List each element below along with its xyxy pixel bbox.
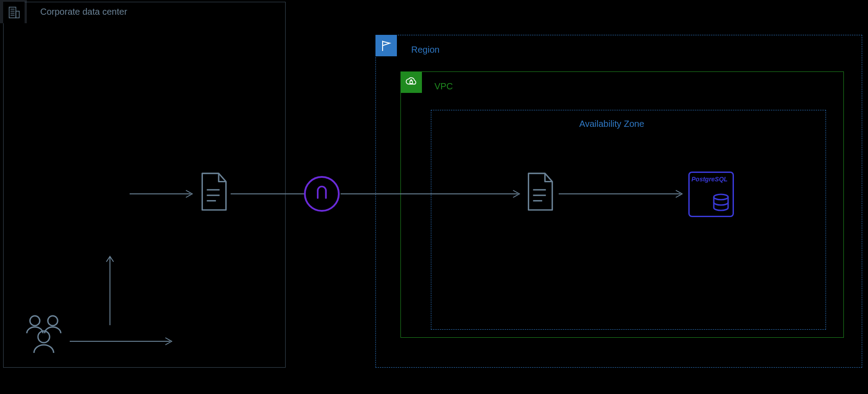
svg-rect-1 — [16, 11, 20, 18]
corporate-data-center-label: Corporate data center — [40, 7, 127, 17]
document-icon — [199, 172, 229, 212]
svg-rect-8 — [410, 81, 413, 84]
arrow-icon — [341, 189, 522, 200]
building-icon — [3, 2, 25, 23]
vpc-label: VPC — [434, 81, 453, 92]
arrow-icon — [130, 189, 195, 200]
svg-rect-0 — [9, 7, 16, 18]
availability-zone-label: Availability Zone — [579, 119, 644, 129]
region-flag-icon — [375, 35, 397, 56]
svg-point-10 — [48, 316, 58, 326]
svg-point-18 — [714, 194, 728, 200]
arrow-icon — [559, 189, 685, 200]
arrow-icon — [70, 337, 174, 348]
postgresql-label: PostgreSQL — [691, 176, 728, 183]
availability-zone-box — [431, 110, 826, 330]
migration-tool-icon — [304, 176, 340, 212]
connector-line — [231, 189, 305, 200]
arrow-icon — [105, 254, 114, 327]
svg-point-9 — [30, 316, 40, 326]
svg-point-11 — [38, 331, 50, 343]
users-icon — [21, 313, 66, 357]
region-label: Region — [411, 45, 439, 55]
document-icon — [526, 172, 555, 212]
vpc-cloud-icon — [400, 71, 422, 93]
postgresql-database-icon: PostgreSQL — [688, 172, 734, 217]
architecture-diagram: Corporate data center aws Region VPC — [0, 0, 868, 394]
